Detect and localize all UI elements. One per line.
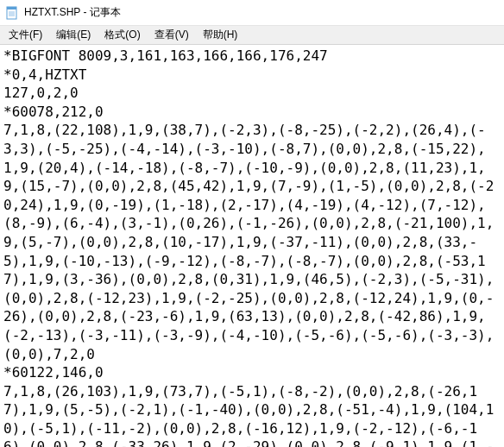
text-line: *0,4,HZTXT xyxy=(3,66,501,85)
title-bar: HZTXT.SHP - 记事本 xyxy=(0,0,504,26)
menu-edit[interactable]: 编辑(E) xyxy=(49,26,98,44)
text-line: *60078,212,0 xyxy=(3,103,501,122)
text-line: 7,1,8,(26,103),1,9,(73,7),(-5,1),(-8,-2)… xyxy=(3,382,501,447)
text-line: *BIGFONT 8009,3,161,163,166,166,176,247 xyxy=(3,47,501,66)
menu-bar: 文件(F) 编辑(E) 格式(O) 查看(V) 帮助(H) xyxy=(0,26,504,45)
text-content[interactable]: *BIGFONT 8009,3,161,163,166,166,176,247*… xyxy=(0,45,504,447)
notepad-icon xyxy=(5,6,19,20)
text-line: *60122,146,0 xyxy=(3,363,501,382)
menu-view[interactable]: 查看(V) xyxy=(148,26,196,44)
window-title: HZTXT.SHP - 记事本 xyxy=(24,5,121,20)
text-line: 127,0,2,0 xyxy=(3,84,501,103)
menu-file[interactable]: 文件(F) xyxy=(2,26,49,44)
svg-rect-1 xyxy=(7,7,16,9)
text-line: 7,1,8,(22,108),1,9,(38,7),(-2,3),(-8,-25… xyxy=(3,121,501,363)
menu-format[interactable]: 格式(O) xyxy=(98,26,147,44)
menu-help[interactable]: 帮助(H) xyxy=(196,26,245,44)
